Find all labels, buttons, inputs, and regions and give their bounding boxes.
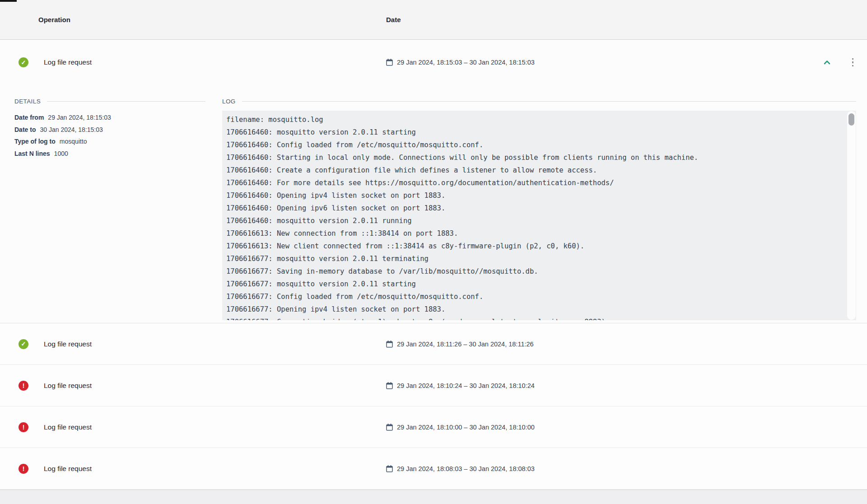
log-line: 1706616677: Connecting bridge (step 1) e…	[226, 316, 843, 320]
operation-row[interactable]: ! Log file request 29 Jan 2024, 18:10:24…	[0, 365, 867, 406]
operation-date-range: 29 Jan 2024, 18:11:26 – 30 Jan 2024, 18:…	[397, 341, 534, 348]
operation-row-header[interactable]: ✓ Log file request 29 Jan 2024, 18:15:03…	[0, 40, 867, 85]
log-line: 1706616677: mosquitto version 2.0.11 sta…	[226, 278, 843, 290]
log-line: 1706616460: Opening ipv6 listen socket o…	[226, 202, 843, 215]
log-line: 1706616460: mosquitto version 2.0.11 run…	[226, 215, 843, 227]
operation-label: Log file request	[44, 423, 92, 431]
operation-date-range: 29 Jan 2024, 18:10:00 – 30 Jan 2024, 18:…	[397, 424, 535, 431]
operation-details-body: DETAILS Date from29 Jan 2024, 18:15:03Da…	[0, 85, 867, 323]
calendar-icon	[386, 424, 393, 431]
operation-row[interactable]: ✓ Log file request 29 Jan 2024, 18:11:26…	[0, 323, 867, 365]
operation-label: Log file request	[44, 340, 92, 348]
log-line: 1706616460: mosquitto version 2.0.11 sta…	[226, 126, 843, 139]
log-panel: LOG filename: mosquitto.log1706616460: m…	[222, 85, 867, 320]
calendar-icon	[386, 382, 393, 389]
log-line: filename: mosquitto.log	[226, 113, 843, 126]
operation-rows: ✓ Log file request 29 Jan 2024, 18:11:26…	[0, 323, 867, 490]
next-row-edge	[0, 490, 867, 504]
date-column-header: Date	[386, 16, 401, 23]
operations-list-screen: Operation Date ✓ Log file request 29 Jan…	[0, 0, 867, 504]
operation-row[interactable]: ! Log file request 29 Jan 2024, 18:10:00…	[0, 406, 867, 448]
log-line: 1706616677: Opening ipv4 listen socket o…	[226, 303, 843, 316]
log-scrollbar-thumb[interactable]	[848, 113, 854, 126]
log-line: 1706616613: New client connected from ::…	[226, 240, 843, 252]
error-icon: !	[19, 381, 28, 391]
detail-label: Last N lines	[14, 150, 50, 157]
error-icon: !	[19, 464, 28, 474]
log-scrollbar-track[interactable]	[847, 111, 856, 320]
log-line: 1706616460: Create a configuration file …	[226, 164, 843, 177]
operation-date-range: 29 Jan 2024, 18:10:24 – 30 Jan 2024, 18:…	[397, 382, 535, 389]
detail-row: Date to30 Jan 2024, 18:15:03	[14, 124, 205, 136]
log-line: 1706616677: Saving in-memory database to…	[226, 265, 843, 278]
operation-column-header: Operation	[0, 16, 386, 23]
detail-value: 30 Jan 2024, 18:15:03	[40, 126, 103, 133]
log-lines: filename: mosquitto.log1706616460: mosqu…	[226, 113, 843, 320]
success-icon: ✓	[19, 339, 28, 349]
details-panel: DETAILS Date from29 Jan 2024, 18:15:03Da…	[0, 85, 222, 320]
log-section-title: LOG	[222, 97, 856, 106]
calendar-icon	[386, 59, 393, 66]
detail-label: Type of log to	[14, 138, 56, 145]
kebab-menu-icon	[852, 58, 854, 60]
detail-row: Last N lines1000	[14, 148, 205, 160]
log-line: 1706616460: Config loaded from /etc/mosq…	[226, 139, 843, 151]
log-line: 1706616677: Config loaded from /etc/mosq…	[226, 290, 843, 303]
success-icon: ✓	[19, 57, 28, 67]
operation-row[interactable]: ! Log file request 29 Jan 2024, 18:08:03…	[0, 448, 867, 490]
detail-value: 29 Jan 2024, 18:15:03	[48, 114, 111, 121]
detail-row: Date from29 Jan 2024, 18:15:03	[14, 112, 205, 124]
log-output-box[interactable]: filename: mosquitto.log1706616460: mosqu…	[222, 111, 856, 320]
detail-value: mosquitto	[60, 138, 87, 145]
operation-row-expanded: ✓ Log file request 29 Jan 2024, 18:15:03…	[0, 40, 867, 323]
table-header: Operation Date	[0, 0, 867, 40]
detail-label: Date to	[14, 126, 36, 133]
log-line: 1706616460: For more details see https:/…	[226, 177, 843, 189]
operation-label: Log file request	[44, 58, 92, 66]
calendar-icon	[386, 465, 393, 472]
calendar-icon	[386, 341, 393, 348]
operation-label: Log file request	[44, 465, 92, 473]
log-line: 1706616613: New connection from ::1:3841…	[226, 227, 843, 240]
error-icon: !	[19, 422, 28, 432]
screen-edge-artifact	[0, 0, 17, 2]
detail-label: Date from	[14, 114, 44, 121]
details-section-title: DETAILS	[14, 97, 205, 106]
row-menu-button[interactable]	[850, 56, 856, 70]
detail-row: Type of log tomosquitto	[14, 135, 205, 148]
log-line: 1706616677: mosquitto version 2.0.11 ter…	[226, 252, 843, 265]
collapse-button[interactable]	[822, 58, 832, 66]
operation-date-range: 29 Jan 2024, 18:08:03 – 30 Jan 2024, 18:…	[397, 465, 535, 472]
log-line: 1706616460: Starting in local only mode.…	[226, 151, 843, 164]
log-line: 1706616460: Opening ipv4 listen socket o…	[226, 189, 843, 202]
detail-value: 1000	[54, 150, 68, 157]
chevron-up-icon	[824, 60, 830, 65]
operation-date-range: 29 Jan 2024, 18:15:03 – 30 Jan 2024, 18:…	[397, 59, 535, 66]
details-fields: Date from29 Jan 2024, 18:15:03Date to30 …	[14, 112, 205, 159]
operation-label: Log file request	[44, 382, 92, 390]
